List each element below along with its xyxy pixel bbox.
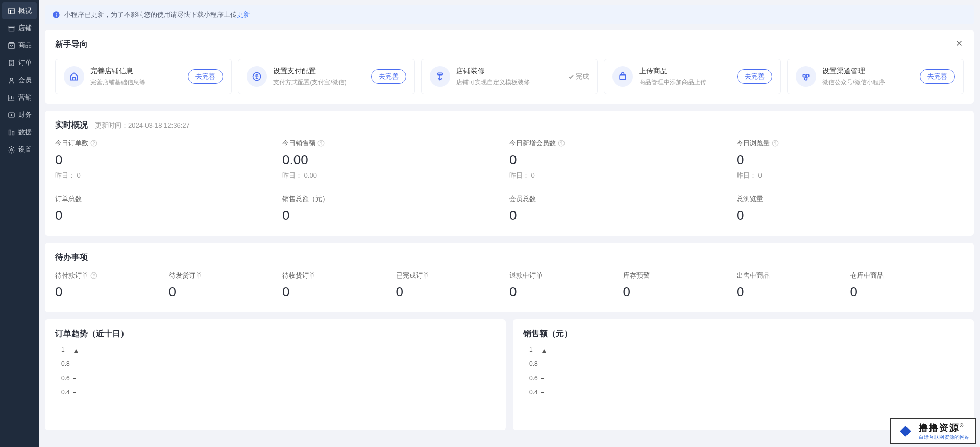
stat-sub: 昨日： 0 <box>737 171 964 180</box>
money-icon <box>8 111 15 119</box>
stat-value: 0.00 <box>282 152 509 168</box>
svg-rect-9 <box>438 73 442 74</box>
nav-label: 数据 <box>18 128 32 137</box>
stat-sub: 昨日： 0 <box>509 171 737 180</box>
guide-action-button[interactable]: 去完善 <box>737 69 772 84</box>
stat-value: 0 <box>55 208 282 224</box>
todo-item: 待付款订单 0 <box>55 271 169 303</box>
stat-label: 今日浏览量 <box>737 139 964 148</box>
help-icon <box>90 140 97 147</box>
nav-label: 概况 <box>18 6 32 15</box>
help-icon <box>90 272 97 279</box>
svg-rect-4 <box>9 130 11 135</box>
realtime-update: 更新时间：2024-03-18 12:36:27 <box>95 121 190 130</box>
todo-label: 库存预警 <box>623 271 737 280</box>
stat-sub: 昨日： 0.00 <box>282 171 509 180</box>
todo-item: 退款中订单 0 <box>509 271 623 303</box>
stat-label: 今日订单数 <box>55 139 282 148</box>
nav-overview[interactable]: 概况 <box>2 2 37 19</box>
watermark-subtitle: 白嫖互联网资源的网站 <box>919 434 970 441</box>
guide-title: 新手导向 <box>55 39 88 50</box>
stat-item: 会员总数 0 <box>509 194 737 227</box>
nav-goods[interactable]: 商品 <box>0 37 39 54</box>
todo-label: 待发货订单 <box>169 271 283 280</box>
guide-action-button[interactable]: 去完善 <box>188 69 223 84</box>
todo-card: 待办事项 待付款订单 0 待发货订单 0 待收货订单 0 已完成订单 0 退款中… <box>45 243 974 312</box>
guide-close-button[interactable] <box>954 39 964 51</box>
guide-item-title: 完善店铺信息 <box>90 67 182 76</box>
guide-item: 完善店铺信息 完善店铺基础信息等 去完善 <box>55 59 232 94</box>
svg-point-2 <box>10 78 13 80</box>
nav-label: 商品 <box>18 41 32 50</box>
bag-icon <box>8 42 15 49</box>
notice-link[interactable]: 更新 <box>237 11 250 18</box>
stat-value: 0 <box>282 208 509 224</box>
gear-icon <box>8 146 15 154</box>
todo-value: 0 <box>623 284 737 300</box>
stat-label: 今日销售额 <box>282 139 509 148</box>
stat-value: 0 <box>55 152 282 168</box>
nav-shop[interactable]: 店铺 <box>0 19 39 37</box>
stat-label: 总浏览量 <box>737 194 964 204</box>
nav-finance[interactable]: 财务 <box>0 106 39 123</box>
data-icon <box>8 129 15 136</box>
nav-order[interactable]: 订单 <box>0 54 39 71</box>
todo-item: 出售中商品 0 <box>737 271 850 303</box>
todo-value: 0 <box>282 284 396 300</box>
stat-item: 今日新增会员数 0 昨日： 0 <box>509 139 737 180</box>
todo-label: 待收货订单 <box>282 271 396 280</box>
svg-rect-5 <box>12 131 14 135</box>
guide-item-desc: 支付方式配置(支付宝/微信) <box>273 78 364 87</box>
guide-item: 设置支付配置 支付方式配置(支付宝/微信) 去完善 <box>238 59 414 94</box>
guide-icon <box>64 66 84 87</box>
todo-title: 待办事项 <box>55 252 964 263</box>
watermark-title: 撸撸资源® <box>919 421 970 434</box>
order-trend-chart: 0.40.60.81 <box>65 350 496 421</box>
todo-label: 待付款订单 <box>55 271 169 280</box>
todo-value: 0 <box>509 284 623 300</box>
main-content: 小程序已更新，为了不影响您的使用请尽快下载小程序上传更新 新手导向 完善店铺信息… <box>39 0 980 447</box>
guide-icon <box>430 66 450 87</box>
nav-label: 订单 <box>18 58 32 67</box>
svg-rect-0 <box>8 8 14 13</box>
stat-label: 会员总数 <box>509 194 737 204</box>
todo-label: 已完成订单 <box>396 271 510 280</box>
guide-item: 设置渠道管理 微信公众号/微信小程序 去完善 <box>787 59 964 94</box>
todo-item: 待收货订单 0 <box>282 271 396 303</box>
stat-item: 今日浏览量 0 昨日： 0 <box>737 139 964 180</box>
guide-item: 店铺装修 店铺可实现自定义模板装修 完成 <box>421 59 598 94</box>
guide-item-title: 设置渠道管理 <box>822 67 914 76</box>
guide-action-button[interactable]: 去完善 <box>371 69 406 84</box>
info-icon <box>52 11 60 19</box>
todo-value: 0 <box>169 284 283 300</box>
svg-rect-10 <box>620 75 626 80</box>
check-icon <box>568 73 575 80</box>
guide-item-title: 店铺装修 <box>456 67 561 76</box>
order-trend-card: 订单趋势（近十日） 0.40.60.81 <box>45 319 506 430</box>
guide-action-button[interactable]: 去完善 <box>920 69 955 84</box>
guide-item-title: 设置支付配置 <box>273 67 364 76</box>
stat-item: 今日销售额 0.00 昨日： 0.00 <box>282 139 509 180</box>
guide-item-desc: 店铺可实现自定义模板装修 <box>456 78 561 87</box>
help-icon <box>317 140 325 147</box>
notice-text: 小程序已更新，为了不影响您的使用请尽快下载小程序上传更新 <box>64 10 250 19</box>
order-trend-title: 订单趋势（近十日） <box>55 329 496 339</box>
watermark: 撸撸资源® 白嫖互联网资源的网站 <box>890 418 976 444</box>
guide-item: 上传商品 商品管理中添加商品上传 去完善 <box>604 59 780 94</box>
todo-value: 0 <box>396 284 510 300</box>
realtime-title: 实时概况 <box>55 120 88 131</box>
todo-item: 已完成订单 0 <box>396 271 510 303</box>
nav-label: 店铺 <box>18 23 32 33</box>
stat-value: 0 <box>509 152 737 168</box>
todo-value: 0 <box>55 284 169 300</box>
nav-member[interactable]: 会员 <box>0 71 39 89</box>
nav-settings[interactable]: 设置 <box>0 141 39 158</box>
stat-value: 0 <box>737 208 964 224</box>
nav-marketing[interactable]: 营销 <box>0 89 39 106</box>
watermark-logo-icon <box>896 422 915 440</box>
sidebar: 概况 店铺 商品 订单 会员 营销 财务 数据 <box>0 0 39 447</box>
guide-icon <box>612 66 633 87</box>
guide-done-badge: 完成 <box>568 72 589 81</box>
realtime-card: 实时概况 更新时间：2024-03-18 12:36:27 今日订单数 0 昨日… <box>45 111 974 236</box>
nav-data[interactable]: 数据 <box>0 123 39 141</box>
